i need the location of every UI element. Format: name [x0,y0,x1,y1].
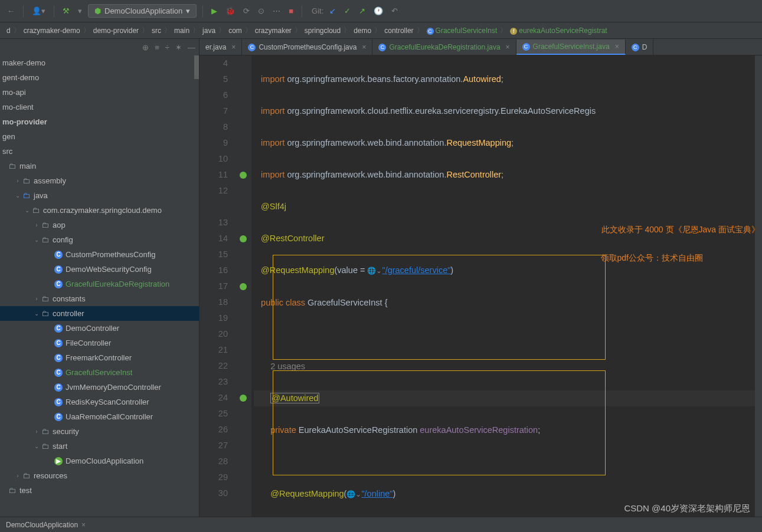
hide-icon[interactable]: — [188,43,195,52]
profile-icon[interactable]: ⊙ [256,4,267,18]
crumb-6[interactable]: com [227,27,244,35]
expand-icon[interactable]: ≡ [155,43,159,52]
tab-2[interactable]: CGracefulEurekaDeRegistration.java× [372,40,516,55]
git-commit-icon[interactable]: ✓ [342,4,353,18]
user-icon[interactable]: 👤▾ [30,4,48,18]
tree-ctrl-5[interactable]: CRedisKeyScanController [0,395,199,409]
settings-icon[interactable]: ✶ [175,43,182,52]
crumb-class[interactable]: CGracefulServiceInst [425,27,499,35]
spring-bean-icon[interactable] [235,167,251,183]
tab-4[interactable]: CD [626,40,654,55]
crumb-3[interactable]: src [150,27,163,35]
crumb-2[interactable]: demo-provider [91,27,140,35]
gutter-icons [235,55,251,517]
folder-icon: 🗀 [21,471,31,481]
project-tree: maker-demo gent-demo mo-api mo-client mo… [0,55,199,498]
tree-ctrl-6[interactable]: CUaaRemoteCallController [0,409,199,424]
tree-ctrl-2[interactable]: CFreemarkController [0,350,199,365]
class-icon: C [54,251,63,259]
tree-root-3[interactable]: mo-client [0,100,199,114]
collapse-icon[interactable]: ÷ [165,43,169,52]
tab-3[interactable]: CGracefulServiceInst.java× [516,40,626,55]
debug-icon[interactable]: 🐞 [223,4,237,18]
tree-security[interactable]: ›🗀security [0,424,199,439]
nav-back-icon[interactable]: ← [5,4,17,18]
sidebar-scrollbar[interactable] [194,55,199,79]
status-app[interactable]: DemoCloudApplication [6,521,78,529]
package-icon: 🗀 [40,221,50,230]
chevron-down-icon: ⌄ [33,443,40,449]
class-icon: C [427,28,434,35]
tree-aop[interactable]: ›🗀aop [0,218,199,232]
tree-config[interactable]: ⌄🗀config [0,232,199,247]
git-revert-icon[interactable]: ↶ [389,4,400,18]
close-icon[interactable]: × [362,43,366,51]
tree-assembly[interactable]: ›🗀assembly [0,173,199,188]
attach-icon[interactable]: ⋯ [270,4,283,18]
git-history-icon[interactable]: 🕐 [371,4,385,18]
crumb-7[interactable]: crazymaker [253,27,293,35]
coverage-icon[interactable]: ⟳ [241,4,252,18]
crumb-10[interactable]: controller [382,27,415,35]
run-icon[interactable]: ▶ [209,4,220,18]
class-icon: C [54,280,63,288]
tree-constants[interactable]: ›🗀constants [0,291,199,306]
spring-bean-icon[interactable] [235,278,251,294]
code-content[interactable]: import org.springframework.beans.factory… [251,55,762,517]
chevron-down-icon: ⌄ [14,192,21,199]
spring-bean-icon[interactable] [235,231,251,247]
tree-ctrl-4[interactable]: CJvmMemoryDemoController [0,380,199,395]
tree-ctrl-3[interactable]: CGracefulServiceInst [0,365,199,380]
tree-pkg[interactable]: ⌄🗀com.crazymaker.springcloud.demo [0,203,199,218]
crumb-0[interactable]: d [5,27,12,35]
down-icon[interactable]: ▾ [76,4,84,18]
tree-config-0[interactable]: CCustomPrometheusConfig [0,247,199,262]
spring-bean-icon[interactable] [235,390,251,406]
crumb-field[interactable]: feurekaAutoServiceRegistrat [508,27,609,35]
tree-src[interactable]: src [0,144,199,159]
close-icon[interactable]: × [615,42,619,51]
tree-main[interactable]: 🗀main [0,159,199,173]
tree-controller[interactable]: ⌄🗀controller [0,306,199,321]
class-icon: C [522,43,530,51]
close-icon[interactable]: × [506,43,510,51]
breadcrumb-bar: d〉 crazymaker-demo〉 demo-provider〉 src〉 … [0,22,762,39]
tree-resources[interactable]: ›🗀resources [0,468,199,483]
build-icon[interactable]: ⚒ [60,4,72,18]
tree-root-1[interactable]: gent-demo [0,70,199,85]
package-icon: 🗀 [40,442,50,451]
run-config-selector[interactable]: ⬢ DemoCloudApplication ▾ [88,4,197,18]
editor-scrollbar[interactable] [755,55,762,517]
tree-root-4[interactable]: mo-provider [0,114,199,129]
tab-1[interactable]: CCustomPrometheusConfig.java× [242,40,372,55]
crumb-9[interactable]: demo [352,27,373,35]
tree-root-0[interactable]: maker-demo [0,55,199,70]
tree-config-1[interactable]: CDemoWebSecurityConfig [0,262,199,277]
stop-icon[interactable]: ■ [286,4,296,18]
main-toolbar: ← 👤▾ ⚒ ▾ ⬢ DemoCloudApplication ▾ ▶ 🐞 ⟳ … [0,0,762,22]
tree-java[interactable]: ⌄🗀java [0,188,199,203]
tree-gen[interactable]: gen [0,129,199,144]
close-icon[interactable]: × [81,521,86,529]
locate-icon[interactable]: ⊕ [142,43,149,52]
tree-app[interactable]: ▶DemoCloudApplication [0,454,199,468]
tree-config-2[interactable]: CGracefulEurekaDeRegistration [0,277,199,291]
class-icon: C [54,354,63,362]
tree-start[interactable]: ⌄🗀start [0,439,199,454]
close-icon[interactable]: × [231,43,236,51]
tree-root-2[interactable]: mo-api [0,85,199,100]
tree-ctrl-1[interactable]: CFileController [0,336,199,350]
source-folder-icon: 🗀 [21,191,31,201]
crumb-5[interactable]: java [201,27,217,35]
code-editor[interactable]: 456789101112 131415161718192021222324252… [200,55,762,517]
crumb-8[interactable]: springcloud [303,27,342,35]
git-update-icon[interactable]: ↙ [327,4,338,18]
status-bar: DemoCloudApplication × [0,517,762,532]
git-push-icon[interactable]: ↗ [357,4,368,18]
tree-ctrl-0[interactable]: CDemoController [0,321,199,336]
crumb-4[interactable]: main [172,27,191,35]
tree-test[interactable]: 🗀test [0,483,199,498]
crumb-1[interactable]: crazymaker-demo [22,27,82,35]
tab-0[interactable]: er.java× [200,40,242,55]
class-icon: C [248,44,256,51]
